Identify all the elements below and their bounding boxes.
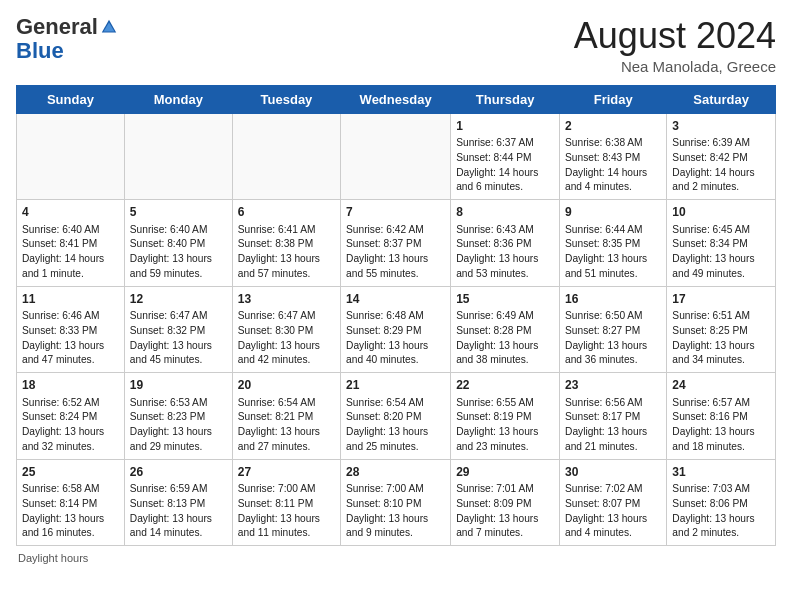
daylight-text: Daylight: 13 hours and 14 minutes. — [130, 513, 212, 539]
day-number: 27 — [238, 464, 335, 481]
calendar-cell-21: 21Sunrise: 6:54 AMSunset: 8:20 PMDayligh… — [341, 373, 451, 460]
sunset-text: Sunset: 8:25 PM — [672, 325, 747, 336]
weekday-header-monday: Monday — [124, 85, 232, 113]
sunrise-text: Sunrise: 7:00 AM — [346, 483, 424, 494]
weekday-header-wednesday: Wednesday — [341, 85, 451, 113]
sunset-text: Sunset: 8:30 PM — [238, 325, 313, 336]
sunset-text: Sunset: 8:36 PM — [456, 238, 531, 249]
calendar-cell-13: 13Sunrise: 6:47 AMSunset: 8:30 PMDayligh… — [232, 286, 340, 373]
sunrise-text: Sunrise: 7:01 AM — [456, 483, 534, 494]
calendar-cell-9: 9Sunrise: 6:44 AMSunset: 8:35 PMDaylight… — [560, 200, 667, 287]
sunset-text: Sunset: 8:32 PM — [130, 325, 205, 336]
day-number: 25 — [22, 464, 119, 481]
day-number: 24 — [672, 377, 770, 394]
sunrise-text: Sunrise: 6:39 AM — [672, 137, 750, 148]
calendar-cell-20: 20Sunrise: 6:54 AMSunset: 8:21 PMDayligh… — [232, 373, 340, 460]
footer: Daylight hours — [16, 552, 776, 564]
sunrise-text: Sunrise: 7:02 AM — [565, 483, 643, 494]
sunrise-text: Sunrise: 6:37 AM — [456, 137, 534, 148]
logo-icon — [100, 18, 118, 36]
sunset-text: Sunset: 8:07 PM — [565, 498, 640, 509]
day-number: 26 — [130, 464, 227, 481]
day-number: 28 — [346, 464, 445, 481]
day-number: 19 — [130, 377, 227, 394]
sunrise-text: Sunrise: 7:00 AM — [238, 483, 316, 494]
calendar-cell-14: 14Sunrise: 6:48 AMSunset: 8:29 PMDayligh… — [341, 286, 451, 373]
calendar-cell-5: 5Sunrise: 6:40 AMSunset: 8:40 PMDaylight… — [124, 200, 232, 287]
day-number: 29 — [456, 464, 554, 481]
sunset-text: Sunset: 8:41 PM — [22, 238, 97, 249]
day-number: 31 — [672, 464, 770, 481]
calendar-cell-1: 1Sunrise: 6:37 AMSunset: 8:44 PMDaylight… — [451, 113, 560, 200]
day-number: 4 — [22, 204, 119, 221]
sunset-text: Sunset: 8:20 PM — [346, 411, 421, 422]
sunrise-text: Sunrise: 6:40 AM — [130, 224, 208, 235]
sunset-text: Sunset: 8:09 PM — [456, 498, 531, 509]
daylight-text: Daylight: 13 hours and 21 minutes. — [565, 426, 647, 452]
weekday-header-row: SundayMondayTuesdayWednesdayThursdayFrid… — [17, 85, 776, 113]
calendar-cell-19: 19Sunrise: 6:53 AMSunset: 8:23 PMDayligh… — [124, 373, 232, 460]
day-number: 16 — [565, 291, 661, 308]
day-number: 8 — [456, 204, 554, 221]
sunrise-text: Sunrise: 6:51 AM — [672, 310, 750, 321]
sunrise-text: Sunrise: 6:43 AM — [456, 224, 534, 235]
daylight-text: Daylight: 13 hours and 36 minutes. — [565, 340, 647, 366]
day-number: 14 — [346, 291, 445, 308]
daylight-text: Daylight: 13 hours and 38 minutes. — [456, 340, 538, 366]
sunrise-text: Sunrise: 6:59 AM — [130, 483, 208, 494]
calendar-cell-empty — [124, 113, 232, 200]
calendar-cell-24: 24Sunrise: 6:57 AMSunset: 8:16 PMDayligh… — [667, 373, 776, 460]
calendar-cell-4: 4Sunrise: 6:40 AMSunset: 8:41 PMDaylight… — [17, 200, 125, 287]
calendar-cell-3: 3Sunrise: 6:39 AMSunset: 8:42 PMDaylight… — [667, 113, 776, 200]
daylight-text: Daylight: 13 hours and 29 minutes. — [130, 426, 212, 452]
sunrise-text: Sunrise: 6:41 AM — [238, 224, 316, 235]
sunset-text: Sunset: 8:28 PM — [456, 325, 531, 336]
sunrise-text: Sunrise: 6:48 AM — [346, 310, 424, 321]
day-number: 11 — [22, 291, 119, 308]
sunset-text: Sunset: 8:29 PM — [346, 325, 421, 336]
day-number: 10 — [672, 204, 770, 221]
sunset-text: Sunset: 8:11 PM — [238, 498, 313, 509]
sunset-text: Sunset: 8:27 PM — [565, 325, 640, 336]
day-number: 13 — [238, 291, 335, 308]
logo: General Blue — [16, 16, 118, 64]
daylight-label: Daylight hours — [18, 552, 88, 564]
calendar-cell-8: 8Sunrise: 6:43 AMSunset: 8:36 PMDaylight… — [451, 200, 560, 287]
logo-general-text: General — [16, 16, 98, 38]
calendar-cell-12: 12Sunrise: 6:47 AMSunset: 8:32 PMDayligh… — [124, 286, 232, 373]
sunrise-text: Sunrise: 6:56 AM — [565, 397, 643, 408]
daylight-text: Daylight: 14 hours and 2 minutes. — [672, 167, 754, 193]
calendar-cell-23: 23Sunrise: 6:56 AMSunset: 8:17 PMDayligh… — [560, 373, 667, 460]
calendar-cell-17: 17Sunrise: 6:51 AMSunset: 8:25 PMDayligh… — [667, 286, 776, 373]
sunset-text: Sunset: 8:23 PM — [130, 411, 205, 422]
sunset-text: Sunset: 8:13 PM — [130, 498, 205, 509]
sunrise-text: Sunrise: 6:47 AM — [238, 310, 316, 321]
month-year-title: August 2024 — [574, 16, 776, 56]
day-number: 15 — [456, 291, 554, 308]
sunset-text: Sunset: 8:14 PM — [22, 498, 97, 509]
daylight-text: Daylight: 13 hours and 18 minutes. — [672, 426, 754, 452]
day-number: 6 — [238, 204, 335, 221]
daylight-text: Daylight: 13 hours and 51 minutes. — [565, 253, 647, 279]
sunrise-text: Sunrise: 7:03 AM — [672, 483, 750, 494]
calendar-cell-25: 25Sunrise: 6:58 AMSunset: 8:14 PMDayligh… — [17, 459, 125, 546]
sunrise-text: Sunrise: 6:38 AM — [565, 137, 643, 148]
day-number: 9 — [565, 204, 661, 221]
daylight-text: Daylight: 13 hours and 59 minutes. — [130, 253, 212, 279]
calendar-cell-26: 26Sunrise: 6:59 AMSunset: 8:13 PMDayligh… — [124, 459, 232, 546]
sunset-text: Sunset: 8:24 PM — [22, 411, 97, 422]
sunrise-text: Sunrise: 6:46 AM — [22, 310, 100, 321]
sunset-text: Sunset: 8:43 PM — [565, 152, 640, 163]
daylight-text: Daylight: 13 hours and 23 minutes. — [456, 426, 538, 452]
daylight-text: Daylight: 13 hours and 40 minutes. — [346, 340, 428, 366]
sunrise-text: Sunrise: 6:40 AM — [22, 224, 100, 235]
calendar-cell-empty — [232, 113, 340, 200]
sunrise-text: Sunrise: 6:52 AM — [22, 397, 100, 408]
daylight-text: Daylight: 13 hours and 34 minutes. — [672, 340, 754, 366]
sunrise-text: Sunrise: 6:54 AM — [346, 397, 424, 408]
sunset-text: Sunset: 8:42 PM — [672, 152, 747, 163]
day-number: 1 — [456, 118, 554, 135]
daylight-text: Daylight: 13 hours and 27 minutes. — [238, 426, 320, 452]
sunrise-text: Sunrise: 6:58 AM — [22, 483, 100, 494]
day-number: 12 — [130, 291, 227, 308]
